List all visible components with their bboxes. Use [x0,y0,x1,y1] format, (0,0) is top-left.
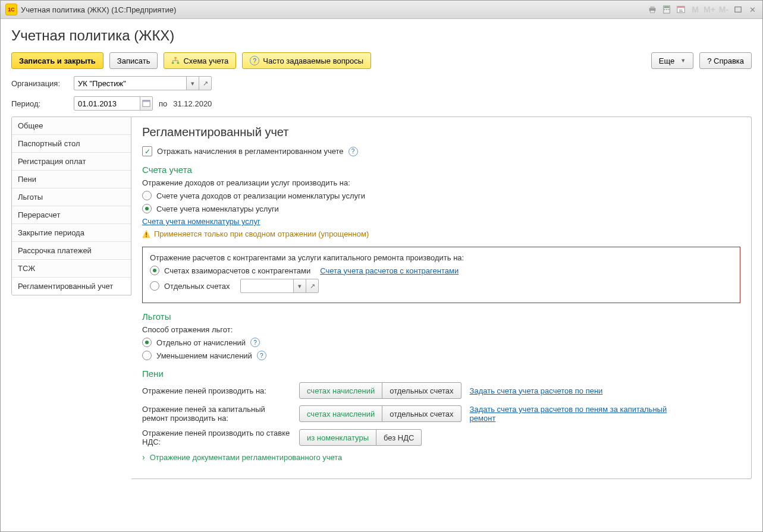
expand-row[interactable]: › Отражение документами регламентированн… [142,452,740,462]
income-radio-2[interactable] [142,204,152,213]
svg-rect-6 [666,9,667,10]
m-minus-icon[interactable]: M- [718,4,729,15]
sidebar-item-closing[interactable]: Закрытие периода [12,224,131,242]
sidebar: Общее Паспортный стол Регистрация оплат … [11,117,131,295]
period-label: Период: [11,99,68,108]
m-icon[interactable]: M [690,4,701,15]
minimize-icon[interactable] [733,4,743,15]
svg-rect-7 [668,9,670,10]
sidebar-item-passport[interactable]: Паспортный стол [12,135,131,153]
peni2-seg-separate[interactable]: отдельных счетах [382,405,461,422]
sidebar-item-recalc[interactable]: Перерасчет [12,206,131,224]
settlements-link[interactable]: Счета учета расчетов с контрагентами [320,266,459,275]
svg-text:31: 31 [679,8,683,12]
peni-link-1[interactable]: Задать счета учета расчетов по пени [470,386,603,395]
chevron-right-icon: › [142,452,145,462]
titlebar-icons: 31 M M+ M- ✕ [647,4,758,15]
expand-label: Отражение документами регламентированног… [150,453,343,462]
peni1-seg-separate[interactable]: отдельных счетах [382,382,461,399]
tree-icon [171,56,180,65]
svg-rect-5 [664,9,665,10]
m-plus-icon[interactable]: M+ [704,4,715,15]
period-to: 31.12.2020 [173,99,212,108]
settlements-radio-1[interactable] [150,266,159,275]
warn-text: Применяется только при сводном отражении… [154,229,369,238]
income-radio-1-label: Счете учета доходов от реализации номенк… [156,191,365,200]
save-close-button[interactable]: Записать и закрыть [11,52,103,69]
peni-row1-label: Отражение пеней производить на: [142,386,291,395]
section-peni: Пени [142,369,740,379]
peni-row2-label: Отражение пеней за капитальный ремонт пр… [142,405,291,423]
org-input[interactable] [74,76,187,90]
help-icon[interactable]: ? [250,338,260,347]
logo-1c-icon: 1C [5,4,17,15]
benefits-label: Способ отражения льгот: [142,325,740,334]
sidebar-item-benefits[interactable]: Льготы [12,188,131,206]
help-icon: ? [250,56,259,65]
benefits-radio-2-label: Уменьшением начислений [156,351,252,360]
dropdown-icon[interactable]: ▾ [186,76,199,90]
save-button[interactable]: Записать [109,52,158,69]
window: 1C Учетная политика (ЖКХ) (1С:Предприяти… [0,0,763,532]
settlements-radio-2[interactable] [150,281,159,291]
calendar-picker-icon[interactable] [140,96,153,111]
toolbar: Записать и закрыть Записать Схема учета … [11,52,752,69]
reflect-label: Отражать начисления в регламентированном… [157,147,344,156]
benefits-radio-2[interactable] [142,351,152,360]
calendar-icon[interactable]: 31 [676,4,686,15]
help-icon[interactable]: ? [257,351,266,360]
peni3-seg-nom[interactable]: из номенклатуры [299,429,376,446]
income-radio-2-label: Счете учета номенклатуры услуги [156,204,279,213]
calculator-icon[interactable] [661,4,672,15]
svg-rect-12 [175,57,177,59]
sidebar-item-regulated[interactable]: Регламентированный учет [12,278,131,295]
svg-rect-2 [651,11,655,13]
section-benefits: Льготы [142,311,740,322]
scheme-button[interactable]: Схема учета [164,52,236,69]
sidebar-item-payments[interactable]: Регистрация оплат [12,153,131,171]
sidebar-item-tsj[interactable]: ТСЖ [12,260,131,278]
more-button[interactable]: Еще ▼ [651,52,693,69]
separate-account-input[interactable] [240,279,294,293]
svg-rect-4 [664,7,670,8]
faq-button[interactable]: ? Часто задаваемые вопросы [242,52,371,69]
panel: Регламентированный учет ✓ Отражать начис… [131,117,752,479]
period-row: Период: по 31.12.2020 [11,96,752,111]
income-label: Отражение доходов от реализации услуг пр… [142,178,740,187]
svg-rect-13 [172,62,174,64]
settlements-label: Отражение расчетов с контрагентами за ус… [150,253,733,262]
section-accounts: Счета учета [142,165,740,175]
reflect-checkbox[interactable]: ✓ [142,146,152,156]
help-icon[interactable]: ? [348,147,358,156]
help-button[interactable]: ? Справка [699,52,752,69]
nomenclature-accounts-link[interactable]: Счета учета номенклатуры услуг [142,217,260,226]
chevron-down-icon: ▼ [680,58,686,64]
peni-link-2[interactable]: Задать счета учета расчетов по пеням за … [470,405,684,423]
settlements-radio-1-label: Счетах взаиморасчетов с контрагентами [164,266,310,275]
open-icon[interactable]: ↗ [199,76,212,90]
po-label: по [159,99,167,108]
period-from-input[interactable] [74,96,140,111]
peni1-seg-charges[interactable]: счетах начислений [299,382,382,399]
org-label: Организация: [11,79,68,88]
open-icon[interactable]: ↗ [306,279,319,293]
sidebar-item-general[interactable]: Общее [12,117,131,135]
peni2-seg-charges[interactable]: счетах начислений [299,405,382,422]
titlebar: 1C Учетная политика (ЖКХ) (1С:Предприяти… [1,1,762,19]
svg-rect-11 [735,7,742,12]
peni3-seg-novat[interactable]: без НДС [376,429,422,446]
svg-rect-1 [651,7,655,9]
close-icon[interactable]: ✕ [747,4,758,15]
income-radio-1[interactable] [142,191,152,200]
print-icon[interactable] [647,4,658,15]
benefits-radio-1[interactable] [142,338,152,347]
content: Учетная политика (ЖКХ) Записать и закрыт… [1,19,762,520]
settlements-radio-2-label: Отдельных счетах [164,282,230,291]
capital-repair-box: Отражение расчетов с контрагентами за ус… [142,247,740,303]
warn-row: ! Применяется только при сводном отражен… [142,229,369,238]
dropdown-icon[interactable]: ▾ [293,279,306,293]
svg-rect-16 [143,100,150,102]
sidebar-item-installment[interactable]: Рассрочка платежей [12,242,131,260]
sidebar-item-peni[interactable]: Пени [12,171,131,188]
window-title: Учетная политика (ЖКХ) (1С:Предприятие) [21,5,176,14]
